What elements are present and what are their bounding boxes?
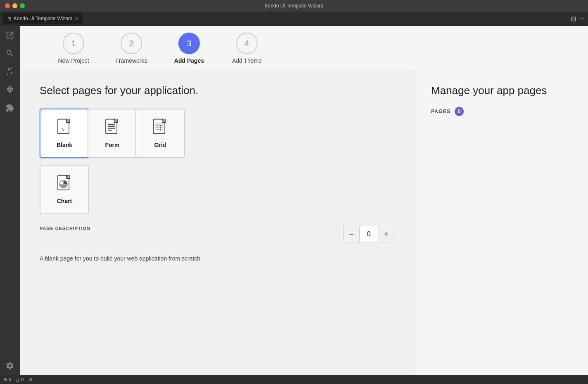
main-layout: 1 New Project 2 Frameworks 3 Add Pages 4 — [0, 26, 588, 375]
wizard-body: Select pages for your application. Blank — [20, 71, 588, 375]
page-type-chart[interactable]: Chart — [40, 165, 89, 214]
chart-label: Chart — [57, 198, 72, 204]
more-actions-icon[interactable]: ··· — [579, 15, 585, 23]
description-section: PAGE DESCRIPTION − 0 + A blank page — [40, 226, 394, 263]
content-area: 1 New Project 2 Frameworks 3 Add Pages 4 — [20, 26, 588, 375]
description-text: A blank page for you to build your web a… — [40, 251, 394, 263]
explorer-icon[interactable] — [4, 29, 16, 41]
left-panel: Select pages for your application. Blank — [20, 71, 415, 375]
pages-label: PAGES — [431, 109, 450, 114]
minimize-button[interactable] — [12, 3, 17, 8]
step-label-1: New Project — [58, 57, 89, 64]
activity-bar — [0, 26, 20, 375]
page-type-grid: Blank Form — [40, 109, 394, 214]
step-label-2: Frameworks — [115, 57, 147, 64]
right-panel-title: Manage your app pages — [431, 84, 571, 97]
tab-icon: ⊞ — [7, 16, 11, 21]
form-label: Form — [105, 142, 120, 148]
svg-rect-0 — [58, 119, 69, 134]
svg-rect-9 — [154, 119, 165, 134]
split-editor-icon[interactable]: ⊟ — [571, 15, 576, 23]
step-circle-1: 1 — [63, 33, 84, 54]
error-icon: ⊗ — [3, 377, 7, 382]
wizard-step-1[interactable]: 1 New Project — [45, 33, 102, 71]
svg-rect-6 — [108, 126, 115, 127]
error-count: ⊗ 0 — [3, 377, 11, 382]
traffic-lights — [5, 3, 25, 8]
pages-count-badge: 0 — [455, 107, 464, 116]
clock-icon: ↺ — [28, 377, 32, 382]
svg-rect-5 — [108, 124, 115, 125]
warning-icon: △ — [16, 377, 19, 382]
page-type-blank[interactable]: Blank — [40, 109, 89, 158]
maximize-button[interactable] — [20, 3, 25, 8]
right-panel: Manage your app pages PAGES 0 — [415, 71, 588, 375]
step-circle-2: 2 — [121, 33, 142, 54]
decrease-button[interactable]: − — [343, 226, 360, 242]
tab-close-icon[interactable]: × — [75, 16, 78, 21]
warning-count: △ 0 — [16, 377, 24, 382]
wizard-step-2[interactable]: 2 Frameworks — [102, 33, 160, 71]
wizard-steps: 1 New Project 2 Frameworks 3 Add Pages 4 — [20, 26, 588, 71]
bottom-bar: ⊗ 0 △ 0 ↺ — [0, 375, 588, 384]
pages-header: PAGES 0 — [431, 107, 571, 116]
tab-bar: ⊞ Kendo UI Template Wizard × ⊟ ··· — [0, 12, 588, 26]
quantity-value: 0 — [360, 226, 378, 242]
time-indicator: ↺ — [28, 377, 32, 382]
increase-button[interactable]: + — [378, 226, 394, 242]
step-circle-3: 3 — [178, 33, 200, 54]
svg-rect-7 — [108, 128, 115, 128]
close-button[interactable] — [5, 3, 10, 8]
extensions-icon[interactable] — [4, 102, 16, 114]
tab-kendo[interactable]: ⊞ Kendo UI Template Wizard × — [3, 13, 83, 24]
settings-icon[interactable] — [4, 360, 16, 372]
grid-label: Grid — [154, 142, 166, 148]
page-type-grid[interactable]: Grid — [135, 109, 185, 158]
debug-icon[interactable] — [4, 84, 16, 95]
description-label: PAGE DESCRIPTION — [40, 226, 90, 231]
title-bar: Kendo UI Template Wizard — [0, 0, 588, 12]
svg-rect-17 — [155, 123, 163, 125]
blank-label: Blank — [57, 142, 72, 148]
wizard-step-3[interactable]: 3 Add Pages — [160, 33, 218, 71]
activity-bar-top — [4, 29, 16, 353]
wizard-step-4[interactable]: 4 Add Theme — [218, 33, 276, 71]
search-icon[interactable] — [4, 47, 16, 59]
source-control-icon[interactable] — [4, 66, 16, 77]
panel-title: Select pages for your application. — [40, 84, 394, 97]
step-label-3: Add Pages — [174, 57, 204, 64]
quantity-row: − 0 + — [343, 226, 394, 242]
svg-rect-8 — [108, 130, 112, 130]
step-circle-4: 4 — [236, 33, 258, 54]
window-title: Kendo UI Template Wizard — [265, 3, 324, 9]
tab-label: Kendo UI Template Wizard — [14, 16, 73, 21]
page-type-form[interactable]: Form — [88, 109, 137, 158]
step-label-4: Add Theme — [232, 57, 262, 64]
tab-bar-actions: ⊟ ··· — [571, 15, 585, 23]
activity-bar-bottom — [4, 360, 16, 372]
